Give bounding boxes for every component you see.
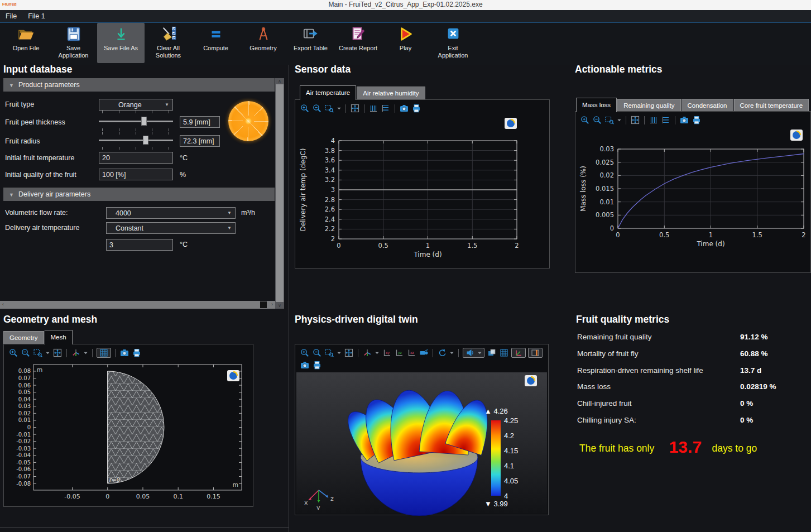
scene-light-icon[interactable] bbox=[466, 348, 474, 357]
compute-button[interactable]: Compute bbox=[192, 23, 239, 63]
zoom-out-icon[interactable] bbox=[593, 116, 602, 124]
geometry-button[interactable]: Geometry bbox=[239, 23, 287, 63]
delivery-air-temperature-input[interactable] bbox=[106, 239, 173, 251]
scroll-down-icon[interactable]: ∨ bbox=[275, 303, 284, 308]
chevron-down-icon[interactable] bbox=[477, 350, 483, 356]
axes-toggle-icon[interactable] bbox=[514, 348, 523, 357]
snapshot-camera-icon[interactable] bbox=[400, 104, 409, 113]
exit-application-button[interactable]: Exit Application bbox=[429, 23, 477, 63]
initial-fruit-temperature-input[interactable] bbox=[99, 152, 173, 164]
scroll-up-icon[interactable]: ∧ bbox=[275, 79, 284, 84]
create-report-button[interactable]: Create Report bbox=[334, 23, 382, 63]
open-file-button[interactable]: Open File bbox=[2, 23, 50, 63]
snapshot-camera-icon[interactable] bbox=[680, 116, 689, 124]
print-icon[interactable] bbox=[313, 361, 321, 370]
input-vertical-scrollbar[interactable]: ∧ ∨ bbox=[275, 78, 284, 309]
zoom-in-icon[interactable] bbox=[9, 348, 18, 357]
initial-quality-input[interactable] bbox=[99, 169, 173, 180]
default-3d-view-icon[interactable] bbox=[419, 348, 428, 357]
save-application-button[interactable]: Save Application bbox=[50, 23, 97, 63]
scroll-right-icon[interactable]: › bbox=[271, 301, 273, 307]
slider-handle[interactable] bbox=[143, 136, 148, 145]
tab-geometry[interactable]: Geometry bbox=[3, 331, 44, 344]
section-delivery-air-parameters[interactable]: ▼Delivery air parameters bbox=[3, 188, 275, 201]
snapshot-camera-icon[interactable] bbox=[300, 361, 309, 370]
chevron-down-icon[interactable] bbox=[449, 350, 455, 356]
tab-air-relative-humidity[interactable]: Air relative humidity bbox=[357, 87, 425, 100]
zoom-box-icon[interactable] bbox=[605, 116, 614, 124]
mesh-plot[interactable]: -0.0500.050.10.150.080.070.060.050.040.0… bbox=[7, 362, 250, 502]
metric-value: 13.7 d bbox=[740, 366, 761, 375]
menu-file[interactable]: File bbox=[0, 10, 22, 22]
warning-days: 13.7 bbox=[669, 438, 702, 456]
chevron-down-icon[interactable] bbox=[336, 350, 342, 356]
xy-view-icon[interactable] bbox=[382, 348, 391, 357]
xz-view-icon[interactable] bbox=[407, 348, 416, 357]
x-axis-extents-icon[interactable] bbox=[369, 104, 378, 113]
mass-loss-chart[interactable]: 00.511.5200.0050.010.0150.020.0250.03Tim… bbox=[577, 128, 809, 269]
snapshot-camera-icon[interactable] bbox=[120, 348, 129, 357]
tab-mass-loss[interactable]: Mass loss bbox=[576, 98, 617, 112]
svg-text:0.06: 0.06 bbox=[18, 382, 31, 389]
chevron-down-icon[interactable] bbox=[374, 350, 380, 356]
chevron-down-icon[interactable] bbox=[83, 350, 89, 356]
delivery-air-temperature-dropdown[interactable]: Constant ▼ bbox=[106, 222, 236, 234]
print-icon[interactable] bbox=[132, 348, 141, 357]
fruit-peel-thickness-value[interactable] bbox=[180, 116, 220, 128]
x-axis-extents-icon[interactable] bbox=[649, 116, 658, 124]
scrollbar-thumb[interactable] bbox=[260, 301, 267, 308]
fit-view-icon[interactable] bbox=[351, 104, 359, 113]
slider-handle[interactable] bbox=[141, 117, 147, 126]
yz-view-icon[interactable] bbox=[395, 348, 404, 357]
clear-all-solutions-button[interactable]: Clear All Solutions bbox=[145, 23, 192, 63]
print-icon[interactable] bbox=[692, 116, 701, 124]
export-table-button[interactable]: Export Table bbox=[287, 23, 334, 63]
rotate-icon[interactable] bbox=[438, 348, 447, 357]
chevron-down-icon[interactable] bbox=[336, 106, 342, 112]
transparency-icon[interactable] bbox=[487, 348, 496, 357]
tab-air-temperature[interactable]: Air temperature bbox=[300, 85, 356, 100]
zoom-out-icon[interactable] bbox=[313, 348, 321, 357]
zoom-in-icon[interactable] bbox=[300, 348, 309, 357]
tab-mesh[interactable]: Mesh bbox=[45, 330, 73, 344]
print-icon[interactable] bbox=[412, 104, 421, 113]
fit-view-icon[interactable] bbox=[344, 348, 353, 357]
save-file-as-button[interactable]: Save File As bbox=[97, 23, 145, 63]
fruit-radius-value[interactable] bbox=[180, 135, 220, 147]
volumetric-flow-rate-dropdown[interactable]: 4000 ▼ bbox=[106, 207, 236, 219]
zoom-box-icon[interactable] bbox=[325, 348, 334, 357]
grid-toggle-icon[interactable] bbox=[500, 348, 508, 357]
zoom-in-icon[interactable] bbox=[580, 116, 589, 124]
play-button[interactable]: Play bbox=[382, 23, 429, 63]
y-axis-extents-icon[interactable] bbox=[381, 104, 390, 113]
fruit-type-dropdown[interactable]: Orange ▼ bbox=[99, 99, 173, 111]
menu-file-1[interactable]: File 1 bbox=[22, 10, 51, 22]
chevron-down-icon[interactable] bbox=[45, 350, 51, 356]
zoom-box-icon[interactable] bbox=[325, 104, 334, 113]
fruit-radius-slider[interactable] bbox=[99, 135, 173, 145]
zoom-out-icon[interactable] bbox=[313, 104, 321, 113]
fit-view-icon[interactable] bbox=[631, 116, 640, 124]
zoom-out-icon[interactable] bbox=[21, 348, 30, 357]
scrollbar-thumb[interactable] bbox=[276, 84, 284, 302]
air-temperature-chart[interactable]: 00.511.5222.22.42.62.833.23.43.63.84Time… bbox=[296, 116, 548, 267]
axis-triad-icon[interactable] bbox=[363, 348, 372, 357]
section-product-parameters[interactable]: ▼Product parameters bbox=[3, 78, 275, 92]
colorbar-tick-label: 4.2 bbox=[504, 432, 514, 440]
tab-remaining-quality[interactable]: Remaining quality bbox=[617, 99, 680, 112]
grid-toggle-icon[interactable] bbox=[99, 348, 108, 357]
fruit-peel-thickness-slider[interactable] bbox=[99, 116, 173, 126]
tab-condensation[interactable]: Condensation bbox=[682, 99, 733, 112]
colorbar-tick-label: 4.05 bbox=[504, 477, 518, 485]
scroll-left-icon[interactable]: ‹ bbox=[2, 301, 4, 307]
chevron-down-icon[interactable] bbox=[616, 117, 622, 123]
clip-plane-icon[interactable] bbox=[531, 348, 540, 357]
zoom-box-icon[interactable] bbox=[33, 348, 42, 357]
axis-triad-icon[interactable] bbox=[71, 348, 80, 357]
input-horizontal-scrollbar[interactable]: ‹ › bbox=[0, 301, 275, 309]
zoom-in-icon[interactable] bbox=[300, 104, 309, 113]
tab-core-fruit-temperature[interactable]: Core fruit temperature bbox=[734, 99, 809, 112]
twin-viewport[interactable]: ▲ 4.26 4.254.24.154.14.054 ▼ 3.99 x y z bbox=[296, 372, 547, 514]
fit-view-icon[interactable] bbox=[53, 348, 62, 357]
y-axis-extents-icon[interactable] bbox=[661, 116, 670, 124]
